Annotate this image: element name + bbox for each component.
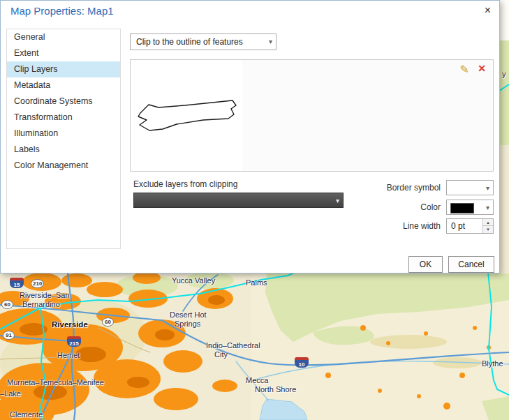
border-symbol-dropdown[interactable]: ▾	[446, 180, 494, 195]
spin-down-icon[interactable]: ▼	[483, 226, 493, 233]
line-width-label: Line width	[357, 221, 441, 231]
sidebar-item-extent[interactable]: Extent	[7, 45, 120, 61]
sidebar-item-transformation[interactable]: Transformation	[7, 110, 120, 126]
clip-mode-value: Clip to the outline of features	[136, 37, 243, 47]
close-icon[interactable]: ×	[485, 5, 491, 16]
pencil-icon[interactable]: ✎	[460, 63, 469, 76]
dialog-title: Map Properties: Map1	[10, 5, 114, 17]
sliver-light	[499, 0, 509, 40]
exclude-layers-dropdown[interactable]: ▾	[133, 193, 344, 208]
sidebar-item-illumination[interactable]: Illumination	[7, 126, 120, 142]
spinner-buttons: ▲▼	[482, 219, 493, 233]
sidebar-list: GeneralExtentClip LayersMetadataCoordina…	[6, 29, 121, 249]
chevron-down-icon: ▾	[336, 193, 339, 207]
line-width-value: 0 pt	[451, 219, 465, 233]
sidebar-item-general[interactable]: General	[7, 29, 120, 45]
sidebar-item-clip-layers[interactable]: Clip Layers	[7, 61, 120, 77]
delete-icon[interactable]: ✕	[478, 63, 486, 74]
clip-shape-preview: ✎ ✕	[130, 59, 494, 172]
color-swatch	[450, 203, 474, 213]
chevron-down-icon: ▾	[269, 34, 272, 50]
sidebar-item-color-management[interactable]: Color Management	[7, 158, 120, 174]
color-dropdown[interactable]: ▾	[446, 200, 494, 215]
sliver-green	[499, 40, 509, 145]
line-width-stepper[interactable]: 0 pt ▲▼	[446, 218, 494, 234]
exclude-layers-label: Exclude layers from clipping	[133, 179, 237, 189]
map-properties-dialog: Map Properties: Map1 × GeneralExtentClip…	[0, 0, 500, 273]
sidebar-item-labels[interactable]: Labels	[7, 142, 120, 158]
border-symbol-label: Border symbol	[364, 183, 441, 193]
ok-button[interactable]: OK	[408, 256, 443, 273]
clip-shape-sketch	[131, 60, 242, 171]
spin-up-icon[interactable]: ▲	[483, 219, 493, 226]
clip-shape-canvas	[131, 60, 242, 171]
cancel-button[interactable]: Cancel	[448, 256, 494, 273]
sidebar-item-coordinate-systems[interactable]: Coordinate Systems	[7, 93, 120, 110]
sidebar-item-metadata[interactable]: Metadata	[7, 77, 120, 93]
chevron-down-icon: ▾	[486, 200, 489, 214]
color-label: Color	[364, 202, 441, 212]
clip-mode-dropdown[interactable]: Clip to the outline of features ▾	[130, 33, 276, 50]
chevron-down-icon: ▾	[486, 181, 489, 195]
